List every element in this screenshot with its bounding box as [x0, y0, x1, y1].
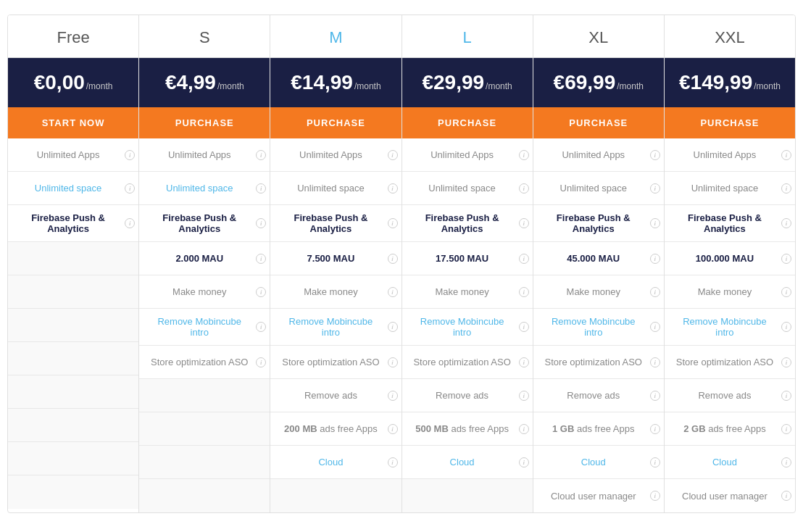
plan-cta-xxl[interactable]: PURCHASE	[665, 107, 795, 138]
feature-text-l-0: Unlimited Apps	[408, 149, 527, 160]
info-icon-xl-7[interactable]: i	[650, 391, 660, 401]
info-icon-xxl-5[interactable]: i	[781, 322, 791, 332]
feature-text-l-7: Remove ads	[408, 390, 527, 401]
info-icon-xl-1[interactable]: i	[650, 183, 660, 194]
feature-text-l-9: Cloud	[408, 457, 527, 467]
plan-cta-free[interactable]: START NOW	[8, 107, 138, 138]
info-icon-s-2[interactable]: i	[256, 218, 266, 228]
plan-name-s: S	[139, 15, 270, 58]
info-icon-l-3[interactable]: i	[519, 254, 529, 264]
feature-item-l-3: 17.500 MAUi	[402, 242, 533, 275]
info-icon-m-3[interactable]: i	[388, 254, 398, 264]
plan-price-box-xl: €69,99/month	[533, 58, 664, 107]
info-icon-xxl-6[interactable]: i	[781, 357, 791, 367]
info-icon-m-1[interactable]: i	[388, 183, 398, 194]
feature-item-m-10	[270, 479, 401, 512]
info-icon-m-6[interactable]: i	[388, 357, 398, 367]
info-icon-xxl-4[interactable]: i	[781, 287, 791, 297]
info-icon-s-5[interactable]: i	[256, 322, 266, 332]
info-icon-l-0[interactable]: i	[519, 150, 529, 160]
info-icon-xxl-10[interactable]: i	[781, 491, 791, 501]
info-icon-m-8[interactable]: i	[388, 424, 398, 434]
info-icon-free-0[interactable]: i	[125, 150, 135, 160]
feature-text-s-0: Unlimited Apps	[145, 149, 264, 160]
plan-price-period-xxl: /month	[754, 81, 781, 91]
feature-text-xxl-0: Unlimited Apps	[670, 149, 789, 160]
plan-cta-m[interactable]: PURCHASE	[270, 107, 401, 138]
info-icon-l-2[interactable]: i	[519, 218, 529, 228]
info-icon-s-3[interactable]: i	[256, 254, 266, 264]
feature-item-l-6: Store optimization ASOi	[402, 346, 533, 379]
info-icon-xl-8[interactable]: i	[650, 424, 660, 434]
info-icon-l-8[interactable]: i	[519, 424, 529, 434]
feature-text-xxl-3: 100.000 MAU	[670, 253, 789, 264]
info-icon-xxl-0[interactable]: i	[781, 150, 791, 160]
feature-item-m-3: 7.500 MAUi	[270, 242, 401, 275]
info-icon-xl-4[interactable]: i	[650, 287, 660, 297]
plan-price-period-s: /month	[217, 81, 244, 91]
plan-price-period-m: /month	[354, 81, 381, 91]
feature-item-m-7: Remove adsi	[270, 379, 401, 412]
info-icon-xl-9[interactable]: i	[650, 457, 660, 467]
feature-item-m-1: Unlimited spacei	[270, 172, 401, 205]
info-icon-s-1[interactable]: i	[256, 183, 266, 194]
info-icon-l-6[interactable]: i	[519, 357, 529, 367]
info-icon-xxl-3[interactable]: i	[781, 254, 791, 264]
feature-text-m-4: Make money	[276, 286, 395, 297]
info-icon-xxl-8[interactable]: i	[781, 424, 791, 434]
info-icon-xl-6[interactable]: i	[650, 357, 660, 367]
feature-text-xxl-1: Unlimited space	[670, 183, 789, 194]
feature-item-xl-8: 1 GB ads free Appsi	[533, 412, 664, 446]
feature-item-l-1: Unlimited spacei	[402, 172, 533, 205]
feature-item-l-10	[402, 479, 533, 512]
pricing-table: Free€0,00/monthSTART NOWUnlimited AppsiU…	[7, 14, 796, 513]
info-icon-free-2[interactable]: i	[125, 218, 135, 228]
info-icon-xl-2[interactable]: i	[650, 218, 660, 228]
plan-col-xxl: XXL€149,99/monthPURCHASEUnlimited AppsiU…	[665, 15, 795, 512]
info-icon-xl-10[interactable]: i	[650, 491, 660, 501]
info-icon-l-7[interactable]: i	[519, 391, 529, 401]
info-icon-l-4[interactable]: i	[519, 287, 529, 297]
feature-list-xxl: Unlimited AppsiUnlimited spaceiFirebase …	[665, 138, 795, 512]
plan-cta-l[interactable]: PURCHASE	[402, 107, 533, 138]
info-icon-xxl-1[interactable]: i	[781, 183, 791, 194]
info-icon-s-6[interactable]: i	[256, 357, 266, 367]
feature-text-free-0: Unlimited Apps	[14, 149, 133, 160]
info-icon-m-9[interactable]: i	[388, 457, 398, 467]
feature-item-xl-3: 45.000 MAUi	[533, 242, 664, 275]
feature-list-s: Unlimited AppsiUnlimited spaceiFirebase …	[139, 138, 270, 512]
feature-item-l-7: Remove adsi	[402, 379, 533, 412]
info-icon-s-0[interactable]: i	[256, 150, 266, 160]
info-icon-xl-3[interactable]: i	[650, 254, 660, 264]
feature-item-xl-6: Store optimization ASOi	[533, 346, 664, 379]
feature-item-free-4	[8, 275, 138, 309]
feature-item-s-6: Store optimization ASOi	[139, 346, 270, 379]
info-icon-m-7[interactable]: i	[388, 391, 398, 401]
feature-item-free-1: Unlimited spacei	[8, 172, 138, 205]
info-icon-s-4[interactable]: i	[256, 287, 266, 297]
feature-item-xxl-0: Unlimited Appsi	[665, 138, 795, 172]
info-icon-m-0[interactable]: i	[388, 150, 398, 160]
info-icon-free-1[interactable]: i	[125, 183, 135, 194]
info-icon-l-5[interactable]: i	[519, 322, 529, 332]
info-icon-xxl-2[interactable]: i	[781, 218, 791, 228]
plan-cta-xl[interactable]: PURCHASE	[533, 107, 664, 138]
feature-text-s-3: 2.000 MAU	[145, 253, 264, 264]
info-icon-l-1[interactable]: i	[519, 183, 529, 194]
plan-price-box-s: €4,99/month	[139, 58, 270, 107]
info-icon-m-2[interactable]: i	[388, 218, 398, 228]
plan-col-free: Free€0,00/monthSTART NOWUnlimited AppsiU…	[8, 15, 139, 512]
feature-item-free-10	[8, 475, 138, 509]
info-icon-xxl-9[interactable]: i	[781, 457, 791, 467]
feature-text-s-2: Firebase Push & Analytics	[145, 212, 264, 234]
info-icon-m-5[interactable]: i	[388, 322, 398, 332]
info-icon-xxl-7[interactable]: i	[781, 391, 791, 401]
feature-item-xl-10: Cloud user manageri	[533, 479, 664, 512]
feature-text-xl-6: Store optimization ASO	[539, 357, 658, 367]
info-icon-l-9[interactable]: i	[519, 457, 529, 467]
feature-list-l: Unlimited AppsiUnlimited spaceiFirebase …	[402, 138, 533, 512]
info-icon-xl-0[interactable]: i	[650, 150, 660, 160]
info-icon-xl-5[interactable]: i	[650, 322, 660, 332]
plan-cta-s[interactable]: PURCHASE	[139, 107, 270, 138]
info-icon-m-4[interactable]: i	[388, 287, 398, 297]
